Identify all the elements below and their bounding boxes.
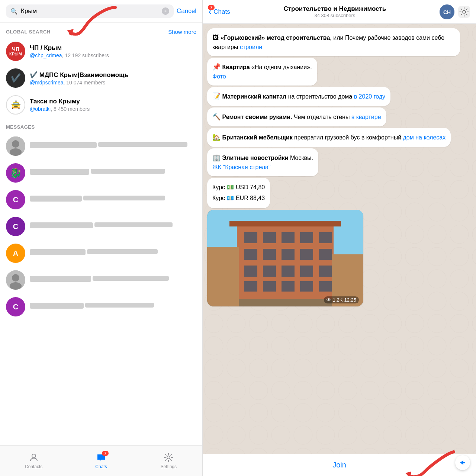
chat-header: 7 ‹ Chats Строительство и Недвижимость 3… [203, 0, 476, 24]
show-more-button[interactable]: Show more [168, 29, 196, 35]
currency-usd: Курс 💵 USD 74,80 [212, 182, 265, 193]
back-button[interactable]: 7 ‹ Chats [209, 7, 230, 17]
svg-rect-29 [300, 266, 313, 277]
message-info-4 [30, 222, 196, 231]
global-search-title: GLOBAL SEARCH [6, 29, 51, 35]
result-taxi-crimea[interactable]: 🚖 Такси по Крыму @obratki, 8 450 members [0, 91, 202, 118]
message-info-3 [30, 196, 196, 204]
message-info-1 [30, 142, 196, 150]
channel-settings-icon[interactable] [458, 6, 470, 18]
svg-rect-25 [319, 249, 332, 260]
message-3: 📝 Материнский капитал на строительство д… [207, 87, 390, 106]
avatar-msg2: 🐉 [6, 163, 25, 183]
svg-rect-31 [244, 281, 257, 292]
svg-rect-34 [300, 281, 313, 292]
avatar-msg1 [6, 136, 25, 156]
image-time: 12:25 [344, 297, 356, 303]
message-item-1[interactable] [0, 133, 202, 160]
message-text-4: 🔨 Ремонт своими руками. Чем отделать сте… [212, 112, 381, 122]
search-results: GLOBAL SEARCH Show more ЧП КРЫМ ЧП / Кры… [0, 23, 202, 445]
svg-rect-36 [229, 221, 341, 226]
svg-point-2 [10, 148, 22, 156]
result-name-mdps: ✔️ МДПС Крым|Взаимопомощь [30, 71, 196, 79]
chat-messages: 🖼 «Горьковский» метод строительства, или… [203, 24, 476, 454]
result-info-taxi: Такси по Крыму @obratki, 8 450 members [30, 98, 196, 112]
forward-button[interactable] [455, 455, 470, 470]
message-text-3: 📝 Материнский капитал на строительство д… [212, 91, 385, 102]
clear-button[interactable]: × [162, 7, 169, 15]
svg-rect-21 [244, 249, 257, 260]
messages-title: MESSAGES [6, 124, 35, 130]
join-button[interactable]: Join [332, 461, 346, 469]
svg-rect-27 [263, 266, 276, 277]
left-panel: 🔍 × Cancel GLOBAL SEARCH Show more ЧП КР… [0, 0, 203, 476]
join-bar: Join [203, 454, 476, 476]
tab-chats-label: Chats [95, 464, 107, 469]
message-5: 🏡 Британский мебельщик превратил грузово… [207, 128, 451, 147]
message-text-2: 📌 Квартира «На одном дыхании». Фото [212, 62, 312, 81]
message-4: 🔨 Ремонт своими руками. Чем отделать сте… [207, 107, 386, 126]
result-mdps-crimea[interactable]: ✔️ ✔️ МДПС Крым|Взаимопомощь @mdpscrimea… [0, 65, 202, 91]
currency-eur: Курс 💶 EUR 88,43 [212, 193, 265, 204]
chat-title: Строительство и Недвижимость [234, 5, 436, 13]
svg-rect-16 [244, 232, 257, 243]
result-name-taxi: Такси по Крыму [30, 98, 196, 105]
svg-point-4 [12, 274, 19, 282]
search-input-wrap[interactable]: 🔍 × [6, 4, 174, 18]
contacts-icon [29, 452, 39, 463]
svg-rect-26 [244, 266, 257, 277]
message-item-2[interactable]: 🐉 [0, 160, 202, 186]
image-bubble[interactable]: 👁 1,2K 12:25 [207, 210, 363, 306]
avatar-msg7: С [6, 297, 25, 316]
svg-rect-35 [319, 281, 332, 292]
svg-point-6 [32, 454, 36, 458]
message-info-2 [30, 169, 196, 177]
tab-contacts[interactable]: Contacts [0, 446, 67, 476]
message-item-4[interactable]: С [0, 213, 202, 240]
back-label: Chats [213, 8, 230, 16]
svg-rect-24 [300, 249, 313, 260]
message-info-5 [30, 249, 196, 257]
search-icon: 🔍 [10, 8, 18, 15]
result-sub-chp: @chp_crimea, 12 192 subscribers [30, 52, 196, 58]
message-info-7 [30, 303, 196, 311]
message-item-5[interactable]: А [0, 240, 202, 267]
message-item-3[interactable]: С [0, 186, 202, 213]
result-info-chp: ЧП / Крым @chp_crimea, 12 192 subscriber… [30, 44, 196, 58]
svg-text:СН: СН [443, 9, 451, 15]
message-1: 🖼 «Горьковский» метод строительства, или… [207, 28, 460, 56]
avatar-mdps: ✔️ [6, 68, 25, 88]
svg-rect-30 [319, 266, 332, 277]
svg-rect-28 [282, 266, 295, 277]
message-text-1: 🖼 «Горьковский» метод строительства, или… [212, 33, 455, 52]
message-item-6[interactable] [0, 267, 202, 293]
avatar-msg4: С [6, 217, 25, 236]
avatar-taxi: 🚖 [6, 95, 25, 115]
chat-header-info: Строительство и Недвижимость 34 308 subs… [234, 5, 436, 18]
search-bar: 🔍 × Cancel [0, 0, 202, 23]
building-image: 👁 1,2K 12:25 [207, 210, 363, 306]
channel-avatar[interactable]: СН [440, 4, 454, 19]
message-item-7[interactable]: С [0, 293, 202, 320]
avatar-msg6 [6, 270, 25, 290]
result-info-mdps: ✔️ МДПС Крым|Взаимопомощь @mdpscrimea, 1… [30, 71, 196, 86]
message-info-6 [30, 276, 196, 284]
svg-point-5 [10, 282, 22, 290]
tab-bar: Contacts 7 Chats Settings [0, 445, 202, 476]
message-text-5: 🏡 Британский мебельщик превратил грузово… [212, 132, 446, 142]
image-meta: 👁 1,2K 12:25 [324, 296, 359, 303]
cancel-button[interactable]: Cancel [177, 7, 196, 15]
back-badge: 7 [208, 5, 215, 10]
result-chp-crimea[interactable]: ЧП КРЫМ ЧП / Крым @chp_crimea, 12 192 su… [0, 38, 202, 65]
eye-icon: 👁 [327, 297, 331, 303]
svg-rect-33 [282, 281, 295, 292]
tab-chats[interactable]: 7 Chats [67, 446, 135, 476]
chats-badge: 7 [102, 451, 109, 456]
search-input[interactable] [21, 7, 159, 15]
image-views: 1,2K [333, 297, 343, 303]
svg-rect-17 [263, 232, 276, 243]
tab-contacts-label: Contacts [25, 464, 42, 469]
tab-settings[interactable]: Settings [135, 446, 202, 476]
svg-rect-32 [263, 281, 276, 292]
svg-rect-22 [263, 249, 276, 260]
